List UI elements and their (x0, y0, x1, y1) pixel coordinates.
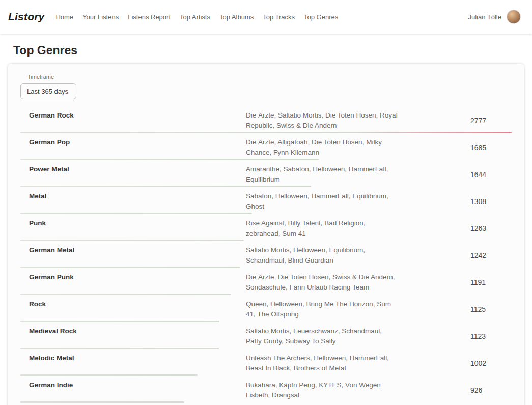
nav-item-top-artists[interactable]: Top Artists (180, 13, 210, 21)
genre-row: German Pop Die Ärzte, Alligatoah, Die To… (20, 133, 512, 160)
genre-count: 1308 (399, 197, 512, 206)
genre-row: Metal Sabaton, Helloween, HammerFall, Eq… (20, 187, 512, 214)
app-logo[interactable]: Listory (8, 11, 44, 23)
genre-artists: Sabaton, Helloween, HammerFall, Equilibr… (246, 191, 399, 212)
nav-item-listens-report[interactable]: Listens Report (128, 13, 171, 21)
genre-name: German Punk (20, 272, 246, 282)
genre-row: German Punk Die Ärzte, Die Toten Hosen, … (20, 268, 512, 295)
genre-count: 1644 (399, 170, 512, 179)
user-menu[interactable]: Julian Tölle (468, 10, 521, 24)
genre-bar-track (20, 294, 512, 295)
top-navbar: Listory Home Your Listens Listens Report… (0, 0, 532, 34)
genre-name: Medieval Rock (20, 326, 246, 336)
genre-count: 1002 (399, 359, 512, 367)
genre-row: Punk Rise Against, Billy Talent, Bad Rel… (20, 214, 512, 241)
genre-artists: Amaranthe, Sabaton, Helloween, HammerFal… (246, 164, 399, 185)
main-nav: Home Your Listens Listens Report Top Art… (55, 13, 338, 21)
genre-bar (20, 186, 311, 187)
user-name: Julian Tölle (468, 13, 501, 21)
nav-item-top-genres[interactable]: Top Genres (304, 13, 338, 21)
genre-bar (20, 374, 198, 376)
genre-count: 1123 (399, 332, 512, 340)
genre-bar-track (20, 321, 512, 322)
genre-bar-track (20, 348, 512, 349)
timeframe-label: Timeframe (27, 74, 512, 80)
genre-name: German Pop (20, 137, 246, 148)
genre-bar-track (20, 267, 512, 268)
genre-row: German Indie Bukahara, Käptn Peng, KYTES… (20, 376, 512, 403)
genre-artists: Die Ärzte, Alligatoah, Die Toten Hosen, … (246, 137, 399, 158)
page-title: Top Genres (13, 44, 532, 57)
genre-name: German Indie (20, 380, 246, 390)
genre-name: Punk (20, 218, 246, 228)
genre-artists: Die Ärzte, Die Toten Hosen, Swiss & Die … (246, 272, 399, 293)
genre-artists: Bukahara, Käptn Peng, KYTES, Von Wegen L… (246, 380, 399, 400)
genre-bar-track (20, 240, 512, 241)
timeframe-select[interactable]: Last 365 days (20, 83, 76, 99)
genre-bar (20, 132, 512, 133)
genre-row: Rock Queen, Helloween, Bring Me The Hori… (20, 295, 512, 322)
nav-item-top-albums[interactable]: Top Albums (219, 13, 254, 21)
genre-bar (20, 348, 219, 349)
genre-row: Medieval Rock Saltatio Mortis, Feuerschw… (20, 322, 512, 349)
genre-bar (20, 213, 252, 214)
genre-bar-track (20, 186, 512, 187)
genre-name: Metal (20, 191, 246, 201)
genre-row: German Rock Die Ärzte, Saltatio Mortis, … (20, 106, 512, 133)
genre-bar (20, 240, 244, 241)
genre-count: 926 (399, 386, 512, 394)
genre-name: German Rock (20, 110, 246, 121)
genre-count: 1191 (399, 278, 512, 286)
genre-artists: Unleash The Archers, Helloween, HammerFa… (246, 353, 399, 373)
top-genres-panel: Timeframe Last 365 days German Rock Die … (8, 64, 524, 405)
genre-row: German Metal Saltatio Mortis, Helloween,… (20, 241, 512, 268)
genre-bar (20, 401, 184, 403)
nav-item-home[interactable]: Home (55, 13, 73, 21)
genre-name: Rock (20, 299, 246, 309)
genre-bar-track (20, 401, 512, 403)
genre-artists: Saltatio Mortis, Feuerschwanz, Schandmau… (246, 326, 399, 346)
genre-count: 1125 (399, 305, 512, 313)
genre-count: 1242 (399, 251, 512, 259)
genre-artists: Die Ärzte, Saltatio Mortis, Die Toten Ho… (246, 110, 399, 131)
genre-count: 1263 (399, 224, 512, 233)
genre-table: German Rock Die Ärzte, Saltatio Mortis, … (20, 106, 512, 403)
genre-artists: Queen, Helloween, Bring Me The Horizon, … (246, 299, 399, 320)
nav-item-top-tracks[interactable]: Top Tracks (263, 13, 295, 21)
user-avatar[interactable] (507, 10, 521, 24)
genre-bar-track (20, 159, 512, 160)
genre-count: 2777 (399, 117, 512, 125)
genre-row: Melodic Metal Unleash The Archers, Hello… (20, 349, 512, 376)
genre-name: German Metal (20, 245, 246, 255)
genre-bar-track (20, 132, 512, 133)
genre-bar (20, 267, 240, 268)
genre-bar (20, 294, 231, 295)
genre-artists: Rise Against, Billy Talent, Bad Religion… (246, 218, 399, 239)
genre-count: 1685 (399, 143, 512, 152)
nav-item-your-listens[interactable]: Your Listens (82, 13, 119, 21)
genre-bar-track (20, 213, 512, 214)
genre-name: Melodic Metal (20, 353, 246, 363)
genre-bar (20, 321, 219, 322)
genre-artists: Saltatio Mortis, Helloween, Equilibrium,… (246, 245, 399, 266)
genre-name: Power Metal (20, 164, 246, 175)
genre-bar (20, 159, 319, 160)
genre-row: Power Metal Amaranthe, Sabaton, Hellowee… (20, 160, 512, 187)
genre-bar-track (20, 374, 512, 376)
